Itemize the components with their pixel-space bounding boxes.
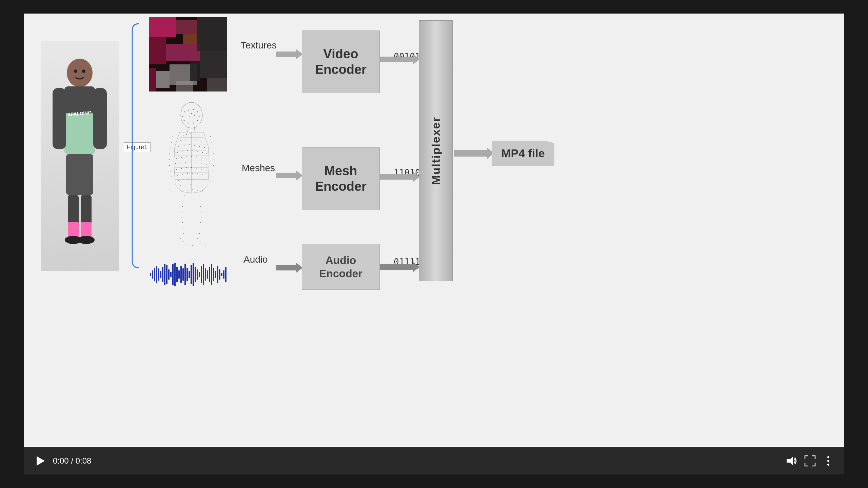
svg-rect-179 bbox=[182, 268, 184, 281]
svg-rect-180 bbox=[184, 264, 186, 285]
svg-rect-177 bbox=[178, 270, 180, 279]
svg-line-43 bbox=[188, 127, 188, 132]
svg-point-112 bbox=[191, 184, 191, 185]
svg-point-79 bbox=[186, 157, 187, 157]
svg-point-137 bbox=[202, 190, 203, 191]
svg-rect-2 bbox=[64, 86, 95, 114]
svg-rect-198 bbox=[221, 273, 222, 276]
svg-point-109 bbox=[204, 181, 204, 181]
svg-rect-193 bbox=[211, 264, 212, 285]
svg-point-136 bbox=[197, 190, 198, 190]
svg-point-97 bbox=[206, 170, 207, 170]
svg-point-83 bbox=[206, 159, 207, 159]
svg-rect-16 bbox=[149, 17, 176, 37]
svg-point-150 bbox=[201, 217, 201, 218]
svg-rect-182 bbox=[189, 271, 190, 278]
texture-image bbox=[149, 17, 227, 92]
svg-point-106 bbox=[189, 179, 189, 180]
svg-point-13 bbox=[74, 69, 77, 73]
svg-rect-188 bbox=[201, 266, 202, 283]
time-display: 0:00 / 0:08 bbox=[53, 456, 91, 466]
controls-bar: 0:00 / 0:08 bbox=[24, 447, 844, 474]
svg-point-157 bbox=[189, 245, 189, 245]
svg-point-151 bbox=[200, 222, 201, 223]
fullscreen-button[interactable] bbox=[804, 455, 816, 467]
textures-label: Textures bbox=[241, 40, 277, 51]
svg-point-210 bbox=[827, 456, 829, 458]
svg-point-32 bbox=[193, 109, 194, 110]
svg-marker-207 bbox=[454, 147, 494, 159]
svg-point-40 bbox=[191, 113, 192, 114]
play-button[interactable] bbox=[34, 455, 46, 467]
svg-point-107 bbox=[194, 179, 194, 180]
svg-point-90 bbox=[206, 164, 206, 165]
svg-rect-170 bbox=[164, 264, 165, 285]
svg-point-133 bbox=[182, 190, 182, 191]
svg-point-118 bbox=[169, 154, 170, 154]
svg-rect-165 bbox=[154, 268, 155, 281]
video-container: SPALDING Figure1 bbox=[24, 14, 844, 474]
more-options-button[interactable] bbox=[823, 455, 834, 467]
svg-point-127 bbox=[213, 154, 214, 154]
svg-point-149 bbox=[201, 211, 201, 212]
svg-point-70 bbox=[177, 152, 178, 153]
svg-point-120 bbox=[169, 165, 170, 166]
svg-point-147 bbox=[200, 201, 200, 201]
svg-marker-209 bbox=[787, 457, 793, 465]
svg-point-86 bbox=[185, 162, 186, 163]
svg-point-162 bbox=[205, 245, 206, 245]
svg-point-126 bbox=[213, 148, 213, 148]
svg-point-35 bbox=[197, 120, 198, 121]
svg-point-125 bbox=[212, 142, 212, 143]
svg-point-92 bbox=[181, 168, 182, 169]
svg-point-93 bbox=[186, 167, 187, 168]
svg-point-31 bbox=[188, 110, 189, 111]
svg-rect-181 bbox=[186, 268, 188, 281]
svg-point-39 bbox=[182, 116, 183, 117]
svg-point-81 bbox=[196, 157, 197, 157]
svg-point-140 bbox=[182, 206, 183, 207]
svg-rect-173 bbox=[170, 272, 172, 277]
meshes-label: Meshes bbox=[242, 163, 275, 174]
svg-point-58 bbox=[199, 136, 199, 136]
svg-rect-169 bbox=[162, 267, 163, 282]
svg-point-75 bbox=[202, 152, 203, 153]
svg-point-114 bbox=[201, 186, 201, 186]
svg-rect-20 bbox=[197, 17, 227, 51]
svg-rect-190 bbox=[205, 268, 206, 281]
volume-button[interactable] bbox=[786, 455, 797, 467]
svg-rect-196 bbox=[217, 266, 218, 283]
svg-rect-163 bbox=[150, 273, 151, 276]
svg-point-14 bbox=[82, 69, 85, 73]
svg-rect-189 bbox=[203, 264, 204, 285]
svg-rect-168 bbox=[160, 271, 161, 278]
arrow-video-to-mux bbox=[380, 53, 420, 66]
svg-rect-26 bbox=[149, 68, 156, 92]
svg-point-121 bbox=[170, 171, 171, 171]
svg-point-141 bbox=[182, 211, 182, 212]
arrow-audio-to-audio bbox=[276, 261, 303, 274]
svg-rect-164 bbox=[152, 270, 153, 279]
svg-rect-183 bbox=[191, 265, 192, 284]
svg-rect-195 bbox=[215, 271, 216, 278]
svg-rect-171 bbox=[166, 265, 167, 284]
svg-point-0 bbox=[67, 59, 93, 87]
audio-label: Audio bbox=[243, 254, 268, 265]
svg-rect-27 bbox=[207, 78, 227, 92]
svg-rect-28 bbox=[176, 81, 193, 92]
svg-rect-18 bbox=[149, 37, 166, 64]
svg-marker-203 bbox=[276, 263, 303, 273]
svg-point-158 bbox=[192, 245, 193, 246]
svg-rect-200 bbox=[225, 267, 226, 282]
svg-point-34 bbox=[199, 116, 200, 117]
svg-point-82 bbox=[201, 158, 202, 158]
svg-rect-166 bbox=[156, 266, 157, 283]
svg-rect-5 bbox=[66, 154, 93, 195]
svg-point-36 bbox=[193, 123, 194, 124]
svg-point-160 bbox=[200, 241, 200, 242]
svg-point-55 bbox=[186, 134, 187, 135]
svg-point-156 bbox=[185, 244, 186, 244]
svg-point-69 bbox=[204, 147, 205, 148]
svg-point-60 bbox=[185, 140, 186, 140]
svg-point-80 bbox=[191, 156, 192, 157]
